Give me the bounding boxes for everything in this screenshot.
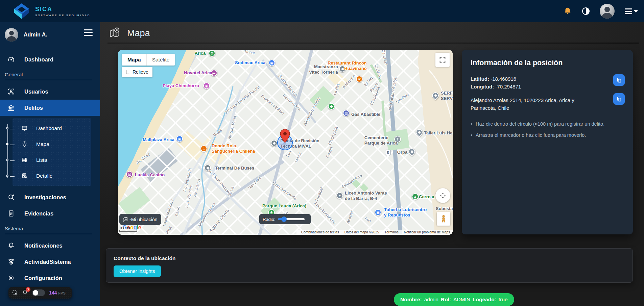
- shopping-bag-icon[interactable]: ▣: [375, 209, 381, 216]
- pegman-control[interactable]: [437, 212, 450, 226]
- my-location-button[interactable]: -Mi ubicación: [119, 214, 161, 225]
- sidebar-item-delitos[interactable]: Delitos: [0, 100, 100, 116]
- sidebar-collapse-button[interactable]: [84, 28, 93, 37]
- camera-icon[interactable]: ◉: [203, 82, 210, 89]
- mining-icon[interactable]: ⚒: [209, 50, 215, 57]
- restaurant-icon[interactable]: Ψ: [356, 76, 363, 82]
- slider-thumb[interactable]: [281, 216, 287, 222]
- pill-bell-icon[interactable]: 3: [22, 289, 28, 297]
- sidebar-item-configuracion[interactable]: Configuración: [0, 270, 100, 286]
- cafe-icon[interactable]: ☕: [200, 145, 207, 152]
- map-label[interactable]: Playa Chinchorro: [163, 83, 199, 88]
- search-icon: [7, 194, 15, 201]
- map-label[interactable]: Liceo Antonio Varas de la Barra, B-4: [345, 190, 387, 202]
- sidebar-subitem-delitos-detalle[interactable]: Detalle: [13, 168, 91, 184]
- copy-icon: [616, 77, 622, 83]
- copy-address-button[interactable]: [613, 93, 625, 105]
- monitor-icon: [21, 125, 28, 132]
- sidebar-item-actividadsistema[interactable]: ActividadSistema: [0, 254, 100, 270]
- map-label: Av. Chile: [135, 152, 152, 165]
- map-label[interactable]: Novotel Arica: [184, 70, 212, 76]
- map-label: Barros Arana: [282, 93, 302, 111]
- radius-slider[interactable]: [278, 218, 305, 220]
- casino-dice-icon[interactable]: ⚄: [126, 171, 133, 178]
- map-label: Macul: [294, 152, 303, 163]
- sidebar-item-usuarios[interactable]: Usuarios: [0, 83, 100, 100]
- sidebar-nav: DashboardGeneralUsuariosDelitosDashboard…: [0, 51, 100, 286]
- map-label: Av. Capitán Ávalos: [387, 77, 398, 111]
- tree-node-dot: [6, 159, 8, 161]
- map-label: Lagos Marchant: [161, 199, 174, 227]
- sidebar-item-evidencias[interactable]: Evidencias: [0, 205, 100, 222]
- map-label[interactable]: Donde Rola. Sangucheria Chilena: [212, 143, 255, 154]
- gauge-icon: [7, 56, 15, 63]
- gray-pin-icon[interactable]: [407, 147, 416, 156]
- map-label: Salvo: [174, 206, 181, 217]
- map-label[interactable]: Orpa: [397, 150, 407, 155]
- sidebar-item-dashboard[interactable]: Dashboard: [0, 51, 100, 68]
- map-label[interactable]: Arica: [195, 51, 206, 56]
- shopping-bag-icon[interactable]: ▣: [268, 59, 275, 66]
- sidebar-item-notificaciones[interactable]: Notificaciones: [0, 237, 100, 254]
- location-marker[interactable]: [280, 129, 290, 144]
- generic-poi-icon[interactable]: [271, 140, 278, 147]
- app-root: SICA SOFTWARE DE SEGURIDAD Admin A. Dash…: [0, 0, 644, 306]
- sidebar-subitem-delitos-mapa[interactable]: Mapa: [13, 136, 91, 152]
- map-label[interactable]: SERFU SERVI: [441, 91, 453, 102]
- map-label[interactable]: Toherba Lubricentro y Repuestos: [384, 207, 427, 218]
- capture-icon[interactable]: [12, 290, 18, 296]
- map-label[interactable]: Terminal De Buses: [215, 165, 254, 171]
- map-label[interactable]: Sodimac Arica: [235, 60, 265, 66]
- map-label[interactable]: Cementerio Parque de Arica: [364, 135, 398, 146]
- map-scale: 100 m: [119, 226, 137, 232]
- school-icon[interactable]: ✦: [336, 192, 343, 199]
- shopping-bag-icon[interactable]: ▣: [176, 135, 183, 142]
- sidebar-subitem-delitos-dashboard[interactable]: Dashboard: [13, 120, 91, 136]
- pan-control[interactable]: [435, 188, 450, 203]
- map-label: La Paz: [332, 83, 341, 96]
- map-label[interactable]: Luckia Casino: [135, 172, 165, 178]
- pegman-icon: [440, 215, 447, 223]
- map-label[interactable]: Gas Abastible: [351, 112, 380, 117]
- satellite-tab[interactable]: Satélite: [146, 54, 175, 66]
- fullscreen-button[interactable]: [435, 53, 450, 67]
- pill-toggle[interactable]: [32, 289, 45, 296]
- dark-mode-toggle-icon[interactable]: [582, 7, 590, 15]
- sidebar: Admin A. DashboardGeneralUsuariosDelitos…: [0, 22, 100, 306]
- gray-pin-icon[interactable]: [431, 91, 440, 100]
- map-label[interactable]: Mallplaza Arica: [143, 137, 174, 143]
- map-tab[interactable]: Mapa: [122, 54, 146, 66]
- main-content: Mapa: [100, 22, 644, 306]
- user-avatar[interactable]: [600, 4, 615, 19]
- map-label[interactable]: Parque Lauca (Arica): [262, 203, 306, 209]
- attribution-link[interactable]: Términos: [384, 230, 399, 234]
- sidebar-subitem-delitos-lista[interactable]: Lista: [13, 152, 91, 168]
- fullscreen-icon: [439, 56, 446, 63]
- park-poi-icon[interactable]: [328, 103, 335, 110]
- hiking-icon[interactable]: ▲: [412, 193, 419, 200]
- users-icon: [7, 88, 15, 95]
- map-label[interactable]: Cerro a: [419, 194, 434, 200]
- sidebar-item-investigaciones[interactable]: Investigaciones: [0, 189, 100, 205]
- map-label[interactable]: Subesta: [436, 206, 453, 211]
- page-header: Mapa: [109, 27, 150, 39]
- copy-coordinates-button[interactable]: [613, 74, 625, 86]
- address-text: Alejandro Azolas 2514, 1020223 Arica, Ar…: [471, 97, 586, 112]
- get-insights-button[interactable]: Obtener insights: [114, 265, 161, 277]
- attribution-link[interactable]: Combinaciones de teclas: [301, 230, 339, 234]
- attribution-link[interactable]: Datos del mapa ©2025: [344, 230, 379, 234]
- attribution-link[interactable]: Notificar un problema de Maps: [404, 230, 450, 234]
- bell-icon: [7, 242, 15, 249]
- map-label[interactable]: Maestranza Vitec Torneria: [309, 64, 338, 75]
- gray-pin-icon[interactable]: [414, 128, 424, 137]
- relief-checkbox[interactable]: Relieve: [122, 67, 152, 77]
- map-label: Acacias: [345, 210, 354, 224]
- map-label[interactable]: Taller Luis He: [424, 130, 452, 136]
- map-canvas[interactable]: istorialAricaSodimac AricaRestaurant Rin…: [118, 50, 453, 235]
- gas-station-icon[interactable]: ▥: [343, 110, 350, 117]
- map-label: Joaquín Aracena: [313, 201, 337, 225]
- notifications-bell-icon[interactable]: [563, 7, 572, 16]
- map-label: Esteban Ríos: [341, 173, 363, 189]
- top-menu-button[interactable]: [625, 7, 638, 16]
- header-divider: [108, 43, 639, 43]
